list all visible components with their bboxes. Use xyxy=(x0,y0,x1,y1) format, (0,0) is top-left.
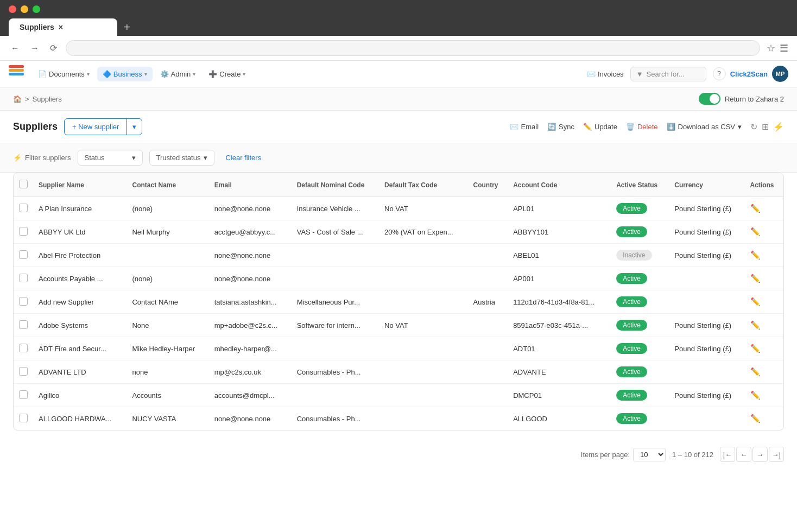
help-button[interactable]: ? xyxy=(713,67,726,80)
trusted-filter[interactable]: Trusted status ▾ xyxy=(149,150,215,166)
download-button[interactable]: ⬇️ Download as CSV ▾ xyxy=(667,123,742,131)
first-page-btn[interactable]: |← xyxy=(720,447,735,462)
row-checkbox[interactable] xyxy=(19,204,28,212)
cell-supplier-name: A Plan Insurance xyxy=(33,197,126,220)
user-name-link[interactable]: Click2Scan xyxy=(730,70,768,78)
row-checkbox[interactable] xyxy=(19,227,28,236)
return-toggle: Return to Zahara 2 xyxy=(699,93,784,105)
traffic-light-yellow[interactable] xyxy=(21,5,28,13)
bookmark-icon[interactable]: ☆ xyxy=(767,42,775,54)
new-supplier-dropdown[interactable]: ▾ xyxy=(126,119,142,135)
edit-icon[interactable]: ✏️ xyxy=(750,390,761,400)
email-button[interactable]: ✉️ Email xyxy=(510,123,539,131)
status-filter[interactable]: Status ▾ xyxy=(78,150,143,166)
edit-icon[interactable]: ✏️ xyxy=(750,297,761,306)
url-input[interactable] xyxy=(66,40,760,56)
edit-icon[interactable]: ✏️ xyxy=(750,320,761,330)
row-checkbox[interactable] xyxy=(19,367,28,376)
next-page-btn[interactable]: → xyxy=(752,447,768,462)
delete-button[interactable]: 🗑️ Delete xyxy=(626,123,658,131)
row-checkbox[interactable] xyxy=(19,390,28,399)
filter-view-btn[interactable]: ⚡ xyxy=(773,122,784,132)
prev-page-btn[interactable]: ← xyxy=(736,447,751,462)
table-row: ABBYY UK Ltd Neil Murphy acctgeu@abbyy.c… xyxy=(14,220,783,244)
col-nominal-code: Default Nominal Code xyxy=(292,173,379,197)
cell-country xyxy=(468,267,508,290)
row-checkbox[interactable] xyxy=(19,274,28,282)
cell-tax-code: 20% (VAT on Expen... xyxy=(379,220,467,244)
status-badge: Active xyxy=(616,273,647,284)
cell-account-code: 8591ac57-e03c-451a-... xyxy=(508,314,611,337)
documents-chevron: ▾ xyxy=(87,71,90,77)
traffic-light-green[interactable] xyxy=(33,5,40,13)
row-checkbox[interactable] xyxy=(19,344,28,352)
table-row: Abel Fire Protection none@none.none ABEL… xyxy=(14,244,783,267)
new-supplier-main-button[interactable]: + New supplier xyxy=(65,119,126,135)
top-nav: 📄 Documents ▾ 🔷 Business ▾ ⚙️ Admin ▾ ➕ … xyxy=(0,61,797,87)
per-page-select[interactable]: 10 25 50 100 xyxy=(633,448,666,461)
edit-icon[interactable]: ✏️ xyxy=(750,227,761,236)
last-page-btn[interactable]: →| xyxy=(769,447,784,462)
cell-active-status: Active xyxy=(611,267,669,290)
cell-contact-name: Neil Murphy xyxy=(126,220,208,244)
cell-nominal-code: VAS - Cost of Sale ... xyxy=(292,220,379,244)
forward-button[interactable]: → xyxy=(28,41,41,55)
url-bar-row: ← → ⟳ ☆ ☰ xyxy=(0,36,797,61)
edit-icon[interactable]: ✏️ xyxy=(750,274,761,283)
nav-item-admin[interactable]: ⚙️ Admin ▾ xyxy=(155,67,201,81)
invoices-link[interactable]: ✉️ Invoices xyxy=(587,70,624,78)
status-label: Status xyxy=(85,154,105,162)
status-badge: Active xyxy=(616,390,647,401)
edit-icon[interactable]: ✏️ xyxy=(750,414,761,423)
update-button[interactable]: ✏️ Update xyxy=(583,123,617,131)
user-avatar: MP xyxy=(772,66,788,82)
cell-active-status: Active xyxy=(611,197,669,220)
edit-icon[interactable]: ✏️ xyxy=(750,344,761,353)
refresh-view-btn[interactable]: ↻ xyxy=(750,122,757,132)
grid-view-btn[interactable]: ⊞ xyxy=(762,122,769,132)
filter-suppliers-btn[interactable]: ⚡ Filter suppliers xyxy=(13,154,71,162)
cell-tax-code xyxy=(379,337,467,360)
row-checkbox[interactable] xyxy=(19,297,28,306)
row-checkbox[interactable] xyxy=(19,250,28,259)
cell-actions: ✏️ xyxy=(745,384,784,407)
cell-tax-code xyxy=(379,407,467,430)
refresh-button[interactable]: ⟳ xyxy=(48,41,59,55)
cell-actions: ✏️ xyxy=(745,197,784,220)
browser-tab[interactable]: Suppliers × xyxy=(9,18,117,36)
search-bar[interactable]: ▼ Search for... xyxy=(630,67,706,81)
back-button[interactable]: ← xyxy=(9,41,22,55)
select-all-checkbox[interactable] xyxy=(19,180,28,188)
suppliers-table: Supplier Name Contact Name Email Default… xyxy=(13,173,784,430)
breadcrumb-separator: > xyxy=(25,95,29,103)
header-left: Suppliers + New supplier ▾ xyxy=(13,118,142,135)
home-icon[interactable]: 🏠 xyxy=(13,95,22,103)
documents-label: Documents xyxy=(49,70,85,78)
create-label: Create xyxy=(219,70,241,78)
cell-contact-name: Mike Hedley-Harper xyxy=(126,337,208,360)
edit-icon[interactable]: ✏️ xyxy=(750,204,761,213)
cell-contact-name: None xyxy=(126,314,208,337)
cell-country xyxy=(468,314,508,337)
col-account-code: Account Code xyxy=(508,173,611,197)
edit-icon[interactable]: ✏️ xyxy=(750,250,761,259)
nav-item-create[interactable]: ➕ Create ▾ xyxy=(203,67,251,81)
cell-email: acctgeu@abbyy.c... xyxy=(209,220,292,244)
edit-icon[interactable]: ✏️ xyxy=(750,367,761,376)
row-checkbox[interactable] xyxy=(19,320,28,329)
menu-icon[interactable]: ☰ xyxy=(780,42,788,54)
clear-filters-btn[interactable]: Clear filters xyxy=(225,154,261,162)
nav-item-documents[interactable]: 📄 Documents ▾ xyxy=(33,67,95,81)
return-toggle-switch[interactable] xyxy=(699,93,720,105)
filters-row: ⚡ Filter suppliers Status ▾ Trusted stat… xyxy=(0,143,797,173)
cell-email: tatsiana.astashkin... xyxy=(209,290,292,314)
row-checkbox[interactable] xyxy=(19,414,28,422)
traffic-light-red[interactable] xyxy=(9,5,16,13)
nav-item-business[interactable]: 🔷 Business ▾ xyxy=(97,67,153,81)
cell-nominal-code xyxy=(292,337,379,360)
cell-currency xyxy=(669,267,744,290)
col-country: Country xyxy=(468,173,508,197)
sync-button[interactable]: 🔄 Sync xyxy=(547,123,574,131)
new-tab-button[interactable]: + xyxy=(119,19,135,36)
tab-close-btn[interactable]: × xyxy=(59,23,63,31)
